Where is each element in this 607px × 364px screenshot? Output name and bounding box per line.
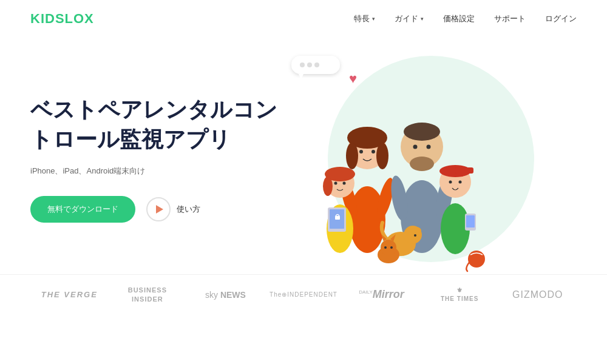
svg-marker-4 bbox=[299, 74, 304, 80]
svg-point-34 bbox=[449, 181, 452, 184]
svg-point-27 bbox=[323, 177, 333, 196]
nav-support[interactable]: サポート bbox=[494, 13, 526, 24]
svg-point-11 bbox=[359, 150, 363, 153]
hero-subtitle: iPhone、iPad、Android端末向け bbox=[30, 166, 285, 177]
play-label: 使い方 bbox=[177, 204, 200, 215]
svg-point-9 bbox=[346, 143, 358, 169]
hero-left-content: ベストペアレンタルコントロール監視アプリ iPhone、iPad、Android… bbox=[30, 95, 285, 222]
hero-title: ベストペアレンタルコントロール監視アプリ bbox=[30, 95, 285, 154]
logo-the-verge: THE VERGE bbox=[30, 290, 109, 299]
svg-point-12 bbox=[371, 150, 375, 153]
play-icon bbox=[156, 205, 163, 214]
svg-point-18 bbox=[410, 157, 434, 171]
svg-point-1 bbox=[300, 62, 305, 67]
svg-point-35 bbox=[459, 181, 462, 184]
logo-business-insider: BUSINESS INSIDER bbox=[109, 286, 187, 303]
svg-text:♥: ♥ bbox=[349, 71, 357, 86]
nav-features[interactable]: 特長 ▾ bbox=[354, 13, 375, 24]
svg-point-28 bbox=[334, 182, 337, 185]
nav-pricing[interactable]: 価格設定 bbox=[443, 13, 475, 24]
svg-rect-50 bbox=[335, 216, 340, 220]
logo-the-times: ⚜ THE TIMES bbox=[421, 286, 499, 303]
chevron-down-icon: ▾ bbox=[372, 16, 375, 22]
family-illustration: ♥ bbox=[267, 44, 510, 274]
hero-illustration: ♥ bbox=[285, 56, 577, 262]
logo-gizmodo: GIZMODO bbox=[498, 289, 577, 300]
chevron-down-icon: ▾ bbox=[421, 16, 424, 22]
logo-the-independent: The⊕INDEPENDENT bbox=[265, 291, 343, 298]
play-button-wrap[interactable]: 使い方 bbox=[146, 197, 200, 221]
hero-section: ベストペアレンタルコントロール監視アプリ iPhone、iPad、Android… bbox=[0, 38, 607, 274]
main-nav: 特長 ▾ ガイド ▾ 価格設定 サポート ログイン bbox=[354, 13, 577, 24]
download-button[interactable]: 無料でダウンロード bbox=[30, 196, 135, 223]
play-circle-button[interactable] bbox=[146, 197, 171, 221]
svg-point-29 bbox=[343, 182, 346, 185]
hero-actions: 無料でダウンロード 使い方 bbox=[30, 196, 285, 223]
svg-point-3 bbox=[314, 62, 319, 67]
site-logo[interactable]: KIDSLOX bbox=[30, 11, 94, 27]
svg-point-47 bbox=[390, 246, 393, 249]
svg-point-46 bbox=[384, 246, 387, 249]
nav-login[interactable]: ログイン bbox=[545, 13, 577, 24]
svg-point-40 bbox=[412, 227, 421, 234]
svg-point-17 bbox=[404, 123, 440, 141]
logo-mirror: DAILYMirror bbox=[342, 288, 421, 301]
svg-point-41 bbox=[414, 234, 416, 237]
nav-guide[interactable]: ガイド ▾ bbox=[395, 13, 424, 24]
svg-point-20 bbox=[427, 145, 431, 149]
svg-rect-33 bbox=[455, 167, 473, 174]
press-logos-bar: THE VERGE BUSINESS INSIDER sky NEWS The⊕… bbox=[0, 274, 607, 314]
svg-point-10 bbox=[376, 143, 388, 169]
svg-point-43 bbox=[381, 240, 396, 255]
svg-point-19 bbox=[413, 145, 418, 149]
svg-rect-37 bbox=[466, 215, 475, 228]
svg-point-2 bbox=[307, 62, 312, 67]
logo-sky-news: sky NEWS bbox=[186, 290, 265, 300]
site-header: KIDSLOX 特長 ▾ ガイド ▾ 価格設定 サポート ログイン bbox=[0, 0, 607, 38]
